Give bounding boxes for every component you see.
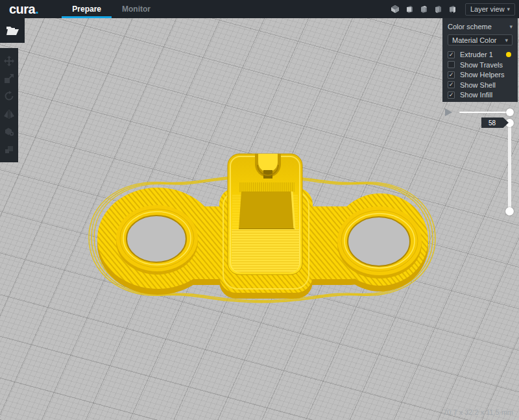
color-scheme-dropdown[interactable]: Material Color ▾ (448, 34, 513, 45)
cura-logo-text: cura (9, 2, 35, 17)
show-shell-label: Show Shell (460, 81, 496, 89)
view-front-icon[interactable] (404, 5, 414, 14)
show-helpers-checkbox[interactable]: ✓ (448, 71, 455, 79)
camera-view-controls: Layer view ▾ (390, 0, 519, 18)
view-mode-value: Layer view (470, 5, 505, 13)
scale-tool-button[interactable] (3, 72, 16, 85)
chevron-down-icon: ▾ (507, 6, 510, 12)
show-shell-checkbox[interactable]: ✓ (448, 81, 455, 88)
model-right-ring (337, 206, 422, 278)
option-show-infill: ✓ Show Infill (448, 91, 513, 99)
stage-tabs: Prepare Monitor (62, 0, 161, 18)
show-infill-label: Show Infill (460, 91, 492, 99)
sliced-model-view (0, 18, 519, 420)
model[interactable] (89, 154, 435, 303)
view-3d-icon[interactable] (390, 5, 400, 14)
layer-view-options: ✓ Extruder 1 Show Travels ✓ Show Helpers… (448, 51, 513, 99)
cura-logo: cura. (9, 0, 38, 18)
layer-slider-track[interactable] (508, 123, 511, 212)
simulation-play-icon[interactable] (445, 108, 452, 116)
tab-monitor[interactable]: Monitor (112, 0, 161, 18)
tool-strip (0, 48, 18, 162)
option-show-shell: ✓ Show Shell (448, 81, 513, 89)
option-show-helpers: ✓ Show Helpers (448, 71, 513, 79)
mirror-tool-button[interactable] (3, 108, 16, 121)
show-travels-label: Show Travels (460, 61, 503, 69)
color-scheme-header[interactable]: Color scheme ▾ (448, 23, 513, 31)
view-top-icon[interactable] (418, 5, 428, 14)
model-left-ring (116, 205, 198, 275)
model-dimensions-label: 70.7 x 32.2 x 11.5 mm (443, 408, 513, 416)
per-model-settings-tool-button[interactable] (3, 125, 16, 138)
extruder-1-checkbox[interactable]: ✓ (448, 51, 455, 58)
simulation-slider-track[interactable] (459, 112, 510, 113)
top-bar: cura. Prepare Monitor Layer view ▾ (0, 0, 519, 18)
show-infill-checkbox[interactable]: ✓ (448, 92, 455, 99)
chevron-down-icon: ▾ (509, 23, 513, 30)
layer-slider-bottom-handle[interactable] (505, 207, 514, 216)
view-right-icon[interactable] (447, 5, 457, 14)
view-mode-dropdown[interactable]: Layer view ▾ (465, 3, 515, 16)
support-blocker-tool-button[interactable] (3, 143, 16, 156)
move-tool-button[interactable] (3, 55, 16, 68)
cura-app: cura. Prepare Monitor Layer view ▾ (0, 0, 519, 420)
model-center-box (228, 154, 302, 275)
tab-prepare[interactable]: Prepare (62, 0, 112, 18)
option-extruder-1: ✓ Extruder 1 (448, 51, 513, 58)
extruder-1-color-swatch (506, 52, 511, 57)
cura-logo-dot: . (35, 2, 38, 17)
open-folder-icon (6, 25, 19, 36)
layer-number-badge: 58 (481, 117, 509, 128)
rotate-tool-button[interactable] (3, 90, 16, 103)
show-helpers-label: Show Helpers (460, 71, 504, 79)
color-scheme-value: Material Color (452, 36, 496, 44)
layer-view-panel: Color scheme ▾ Material Color ▾ ✓ Extrud… (442, 18, 518, 102)
option-show-travels: Show Travels (448, 61, 513, 69)
extruder-1-label: Extruder 1 (460, 51, 493, 58)
color-scheme-label: Color scheme (448, 23, 492, 31)
simulation-slider-handle[interactable] (506, 108, 514, 116)
open-file-button[interactable] (0, 18, 25, 43)
chevron-down-icon: ▾ (505, 37, 508, 43)
show-travels-checkbox[interactable] (448, 61, 455, 68)
view-left-icon[interactable] (433, 5, 442, 14)
